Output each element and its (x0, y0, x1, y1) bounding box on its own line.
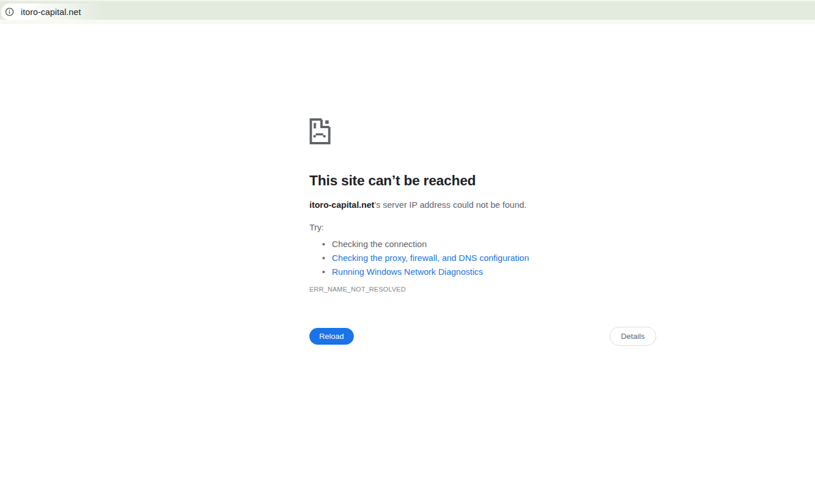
error-message-suffix: ’s server IP address could not be found. (375, 200, 527, 210)
error-host: itoro-capital.net (309, 200, 375, 210)
address-bar[interactable]: itoro-capital.net (1, 3, 117, 20)
sad-file-icon (309, 118, 331, 144)
details-button[interactable]: Details (610, 327, 656, 346)
button-row: Reload Details (309, 327, 656, 346)
error-code: ERR_NAME_NOT_RESOLVED (309, 285, 656, 293)
browser-toolbar: itoro-capital.net (0, 0, 815, 20)
suggestion-checking-connection: Checking the connection (332, 237, 656, 251)
error-title: This site can’t be reached (309, 172, 656, 189)
suggestion-text: Checking the connection (332, 239, 427, 249)
toolbar-bottom-strip (0, 20, 815, 24)
proxy-firewall-dns-link[interactable]: Checking the proxy, firewall, and DNS co… (332, 253, 529, 263)
try-label: Try: (309, 222, 656, 233)
suggestions-list: Checking the connection Checking the pro… (309, 237, 656, 279)
reload-button[interactable]: Reload (309, 328, 354, 345)
error-message: itoro-capital.net’s server IP address co… (309, 199, 656, 211)
address-url[interactable]: itoro-capital.net (21, 7, 81, 17)
suggestion-proxy-firewall-dns: Checking the proxy, firewall, and DNS co… (332, 251, 656, 265)
suggestion-network-diagnostics: Running Windows Network Diagnostics (332, 265, 656, 279)
network-diagnostics-link[interactable]: Running Windows Network Diagnostics (332, 267, 483, 277)
error-page: This site can’t be reached itoro-capital… (309, 118, 656, 346)
info-icon[interactable] (1, 3, 18, 20)
